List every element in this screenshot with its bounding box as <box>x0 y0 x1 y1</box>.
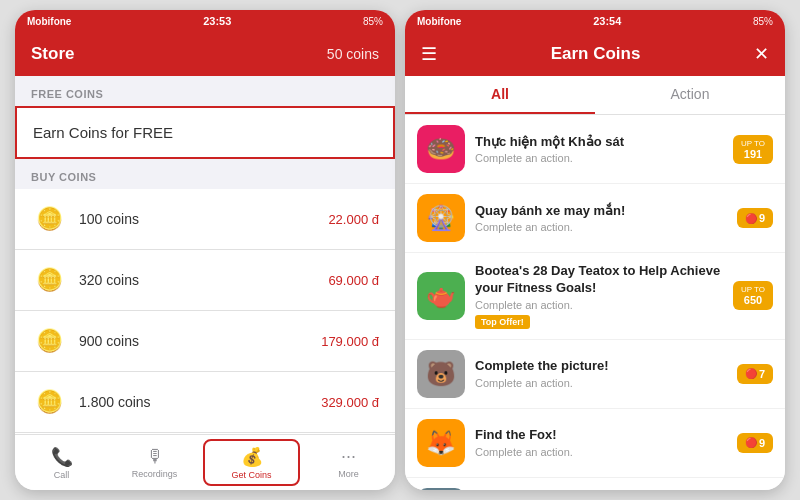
top-offer-badge: Top Offer! <box>475 315 530 329</box>
left-header-coins: 50 coins <box>327 46 379 62</box>
coin-price: 329.000 đ <box>321 395 379 410</box>
nav-call-label: Call <box>54 470 70 480</box>
menu-icon[interactable]: ☰ <box>421 43 437 65</box>
left-phone: Mobifone 23:53 85% Store 50 coins FREE C… <box>15 10 395 490</box>
offer-title: Find the Fox! <box>475 427 727 444</box>
close-icon[interactable]: ✕ <box>754 43 769 65</box>
offer-image: 🐻 <box>417 350 465 398</box>
coin-stack-icon: 🪙 <box>31 323 67 359</box>
offer-title: Quay bánh xe may mắn! <box>475 203 727 220</box>
right-time: 23:54 <box>593 15 621 27</box>
tab-action[interactable]: Action <box>595 76 785 114</box>
offer-image: 🎬 <box>417 488 465 490</box>
offer-title: Bootea's 28 Day Teatox to Help Achieve y… <box>475 263 723 297</box>
offer-info: Find the Fox! Complete an action. <box>475 427 727 458</box>
free-coins-section-header: FREE COINS <box>15 76 395 106</box>
coin-reward-badge: 🔴 9 <box>737 433 773 453</box>
nav-get-coins-label: Get Coins <box>231 470 271 480</box>
right-header-title: Earn Coins <box>551 44 641 64</box>
coin-reward-badge: 🔴 7 <box>737 364 773 384</box>
nav-more-label: More <box>338 469 359 479</box>
offer-subtitle: Complete an action. <box>475 152 723 164</box>
offer-subtitle: Complete an action. <box>475 299 723 311</box>
coin-reward-badge: 🔴 9 <box>737 208 773 228</box>
offer-title: Complete the picture! <box>475 358 727 375</box>
left-header: Store 50 coins <box>15 32 395 76</box>
tab-all[interactable]: All <box>405 76 595 114</box>
offer-image: 🍩 <box>417 125 465 173</box>
nav-recordings[interactable]: 🎙 Recordings <box>108 435 201 490</box>
coin-stack-icon: 🪙 <box>31 384 67 420</box>
free-coins-item[interactable]: Earn Coins for FREE <box>15 106 395 159</box>
coin-price: 22.000 đ <box>328 212 379 227</box>
coin-amount: 100 coins <box>79 211 316 227</box>
nav-call[interactable]: 📞 Call <box>15 435 108 490</box>
right-status-bar: Mobifone 23:54 85% <box>405 10 785 32</box>
offer-info: Thực hiện một Khảo sát Complete an actio… <box>475 134 723 165</box>
coin-amount: 1.800 coins <box>79 394 309 410</box>
offer-info: Complete the picture! Complete an action… <box>475 358 727 389</box>
coin-item[interactable]: 🪙 1.800 coins 329.000 đ <box>15 372 395 433</box>
right-phone: Mobifone 23:54 85% ☰ Earn Coins ✕ All Ac… <box>405 10 785 490</box>
buy-coins-section-header: BUY COINS <box>15 159 395 189</box>
offer-title: Thực hiện một Khảo sát <box>475 134 723 151</box>
offer-image: 🦊 <box>417 419 465 467</box>
offer-item[interactable]: 🎡 Quay bánh xe may mắn! Complete an acti… <box>405 184 785 253</box>
offer-subtitle: Complete an action. <box>475 221 727 233</box>
nav-get-coins[interactable]: 💰 Get Coins <box>203 439 300 486</box>
offer-item[interactable]: 🫖 Bootea's 28 Day Teatox to Help Achieve… <box>405 253 785 340</box>
offers-list: 🍩 Thực hiện một Khảo sát Complete an act… <box>405 115 785 490</box>
tabs-bar: All Action <box>405 76 785 115</box>
offer-item[interactable]: 🦊 Find the Fox! Complete an action. 🔴 9 <box>405 409 785 478</box>
coin-stack-icon: 🪙 <box>31 262 67 298</box>
offer-item[interactable]: 🎬 3- minute video math quiz! Complete an… <box>405 478 785 490</box>
right-carrier: Mobifone <box>417 16 461 27</box>
left-battery: 85% <box>363 16 383 27</box>
offer-subtitle: Complete an action. <box>475 446 727 458</box>
nav-more[interactable]: ··· More <box>302 435 395 490</box>
left-status-bar: Mobifone 23:53 85% <box>15 10 395 32</box>
coin-price: 69.000 đ <box>328 273 379 288</box>
coin-items-list: 🪙 100 coins 22.000 đ 🪙 320 coins 69.000 … <box>15 189 395 434</box>
coins-icon: 💰 <box>241 446 263 468</box>
offer-item[interactable]: 🐻 Complete the picture! Complete an acti… <box>405 340 785 409</box>
recordings-icon: 🎙 <box>146 446 164 467</box>
coin-item[interactable]: 🪙 900 coins 179.000 đ <box>15 311 395 372</box>
offer-item[interactable]: 🍩 Thực hiện một Khảo sát Complete an act… <box>405 115 785 184</box>
offer-image: 🫖 <box>417 272 465 320</box>
coin-amount: 900 coins <box>79 333 309 349</box>
right-header: ☰ Earn Coins ✕ <box>405 32 785 76</box>
left-header-title: Store <box>31 44 74 64</box>
coin-item[interactable]: 🪙 320 coins 69.000 đ <box>15 250 395 311</box>
coin-reward-badge: UP TO 650 <box>733 281 773 310</box>
coin-stack-icon: 🪙 <box>31 201 67 237</box>
coin-price: 179.000 đ <box>321 334 379 349</box>
call-icon: 📞 <box>51 446 73 468</box>
left-time: 23:53 <box>203 15 231 27</box>
offer-subtitle: Complete an action. <box>475 377 727 389</box>
offer-info: Bootea's 28 Day Teatox to Help Achieve y… <box>475 263 723 329</box>
left-content: FREE COINS Earn Coins for FREE BUY COINS… <box>15 76 395 434</box>
coin-reward-badge: UP TO 191 <box>733 135 773 164</box>
bottom-nav: 📞 Call 🎙 Recordings 💰 Get Coins ··· More <box>15 434 395 490</box>
more-icon: ··· <box>341 446 356 467</box>
nav-recordings-label: Recordings <box>132 469 178 479</box>
offer-info: Quay bánh xe may mắn! Complete an action… <box>475 203 727 234</box>
coin-amount: 320 coins <box>79 272 316 288</box>
left-carrier: Mobifone <box>27 16 71 27</box>
offer-image: 🎡 <box>417 194 465 242</box>
coin-item[interactable]: 🪙 100 coins 22.000 đ <box>15 189 395 250</box>
right-battery: 85% <box>753 16 773 27</box>
